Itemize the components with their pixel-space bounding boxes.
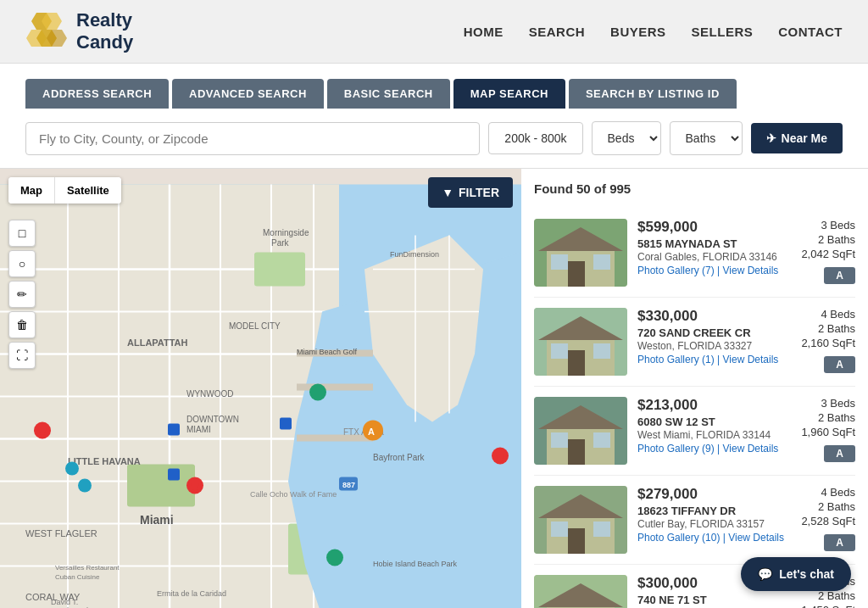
listing-price: $213,000 [637, 397, 791, 414]
view-details-link[interactable]: View Details [723, 265, 779, 276]
listing-sqft: 2,042 SqFt [801, 248, 855, 260]
tab-advanced[interactable]: ADVANCED SEARCH [172, 79, 324, 109]
svg-rect-86 [534, 219, 627, 287]
tab-address[interactable]: ADDRESS SEARCH [25, 79, 169, 109]
listing-thumbnail[interactable] [534, 575, 627, 608]
listing-thumbnail[interactable] [534, 397, 627, 465]
logo-line1: Realty [76, 9, 133, 31]
view-details-link[interactable]: View Details [728, 532, 784, 544]
listing-info: $279,000 18623 TIFFANY DR Cutler Bay, FL… [637, 486, 791, 544]
tab-map[interactable]: MAP SEARCH [453, 79, 565, 109]
svg-text:Miami Beach Golf: Miami Beach Golf [297, 348, 358, 356]
svg-point-67 [65, 462, 79, 476]
beds-select[interactable]: Beds 1 2 3 4 5+ [592, 121, 661, 155]
nav-sellers[interactable]: SELLERS [692, 25, 754, 39]
svg-text:ALLAPATTAH: ALLAPATTAH [127, 337, 188, 348]
svg-text:Cuban Cuisine: Cuban Cuisine [55, 573, 100, 581]
nav-home[interactable]: HOME [464, 25, 504, 39]
svg-rect-93 [534, 308, 627, 376]
listing-address: 6080 SW 12 ST [637, 416, 791, 428]
listing-location: Cutler Bay, FLORIDA 33157 [637, 518, 791, 530]
map-tools: □ ○ ✏ 🗑 ⛶ [8, 220, 36, 369]
map-area[interactable]: Map Satellite ▼ FILTER □ ○ ✏ 🗑 ⛶ [0, 169, 521, 608]
gallery-link[interactable]: Photo Gallery (9) [637, 443, 715, 455]
listing-price: $330,000 [637, 308, 791, 325]
svg-point-71 [309, 384, 326, 401]
draw-tool-btn[interactable]: ✏ [8, 281, 36, 308]
svg-text:FunDimension: FunDimension [390, 250, 439, 259]
listing-sqft: 2,528 SqFt [801, 515, 855, 527]
satellite-view-btn[interactable]: Satellite [54, 177, 121, 204]
select-tool-btn[interactable]: □ [8, 220, 36, 247]
listing-baths: 2 Baths [818, 589, 855, 602]
listing-baths: 2 Baths [818, 322, 855, 335]
listing-address: 740 NE 71 ST [637, 594, 791, 606]
gallery-link[interactable]: Photo Gallery (1) [637, 354, 715, 365]
svg-rect-107 [534, 486, 627, 554]
listing-beds: 3 Beds [821, 219, 855, 231]
logo-line2: Candy [76, 31, 133, 53]
main-nav: HOME SEARCH BUYERS SELLERS CONTACT [464, 25, 843, 39]
svg-text:Ermita de la Caridad: Ermita de la Caridad [157, 589, 226, 598]
svg-text:Hobie Island Beach Park: Hobie Island Beach Park [373, 560, 458, 568]
svg-rect-31 [297, 384, 373, 391]
filter-bar: 200k - 800k Beds 1 2 3 4 5+ Baths 1 2 3 … [0, 109, 868, 169]
listing-thumbnail[interactable] [534, 219, 627, 287]
listing-price: $279,000 [637, 486, 791, 503]
svg-text:887: 887 [342, 481, 355, 489]
nav-contact[interactable]: CONTACT [778, 25, 843, 39]
map-view-toggle: Map Satellite [8, 177, 121, 204]
filter-overlay-button[interactable]: ▼ FILTER [428, 177, 513, 208]
listing-card: $213,000 6080 SW 12 ST West Miami, FLORI… [534, 387, 855, 476]
tab-listing[interactable]: SEARCH BY LISTING ID [569, 79, 737, 109]
filter-label: FILTER [459, 186, 499, 199]
svg-rect-74 [168, 469, 180, 481]
svg-text:Bayfront Park: Bayfront Park [373, 453, 426, 462]
price-range-button[interactable]: 200k - 800k [488, 122, 582, 154]
svg-text:LITTLE HAVANA: LITTLE HAVANA [68, 456, 141, 466]
svg-text:WEST FLAGLER: WEST FLAGLER [25, 528, 97, 538]
view-details-link[interactable]: View Details [723, 443, 779, 455]
listing-address: 720 SAND CREEK CR [637, 326, 791, 339]
view-details-link[interactable]: View Details [723, 354, 779, 365]
svg-text:Miami: Miami [140, 513, 174, 527]
map-view-btn[interactable]: Map [8, 177, 54, 204]
logo-text: Realty Candy [76, 9, 133, 54]
listing-beds: 4 Beds [821, 308, 855, 321]
near-me-label: Near Me [782, 131, 827, 145]
baths-select[interactable]: Baths 1 2 3 4+ [670, 121, 743, 155]
gallery-link[interactable]: Photo Gallery (7) [637, 265, 715, 276]
map-canvas[interactable]: ALLAPATTAH LITTLE HAVANA WEST FLAGLER CO… [0, 169, 521, 608]
logo-area: Realty Candy [25, 8, 133, 54]
svg-rect-22 [127, 465, 195, 507]
svg-text:Calle Ocho Walk of Fame: Calle Ocho Walk of Fame [250, 490, 337, 499]
gallery-link[interactable]: Photo Gallery (10) [637, 532, 720, 544]
listing-meta: 3 Beds 2 Baths 1,960 SqFt A [801, 397, 855, 462]
location-icon: ✈ [766, 131, 776, 145]
listing-links[interactable]: Photo Gallery (7) | View Details [637, 265, 791, 276]
listing-thumbnail[interactable] [534, 308, 627, 376]
nav-search[interactable]: SEARCH [529, 25, 585, 39]
svg-text:WYNWOOD: WYNWOOD [186, 389, 234, 399]
circle-tool-btn[interactable]: ○ [8, 250, 36, 277]
near-me-button[interactable]: ✈ Near Me [751, 123, 843, 153]
listing-beds: 3 Beds [821, 397, 855, 410]
listing-beds: 4 Beds [821, 486, 855, 499]
listing-links[interactable]: Photo Gallery (10) | View Details [637, 532, 791, 544]
listing-meta: 4 Beds 2 Baths 2,528 SqFt A [801, 486, 855, 551]
listing-address: 5815 MAYNADA ST [637, 237, 791, 250]
tab-basic[interactable]: BASIC SEARCH [327, 79, 450, 109]
listing-links[interactable]: Photo Gallery (9) | View Details [637, 443, 791, 455]
nav-buyers[interactable]: BUYERS [610, 25, 666, 39]
listings-container: $599,000 5815 MAYNADA ST Coral Gables, F… [534, 209, 855, 608]
listing-links[interactable]: Photo Gallery (1) | View Details [637, 354, 791, 365]
listing-badge: A [824, 356, 855, 373]
location-input[interactable] [25, 122, 480, 155]
listing-thumbnail[interactable] [534, 486, 627, 554]
delete-tool-btn[interactable]: 🗑 [8, 311, 36, 338]
chat-button[interactable]: 💬 Let's chat [741, 557, 851, 591]
listing-location: Coral Gables, FLORIDA 33146 [637, 251, 791, 263]
svg-text:A: A [368, 427, 375, 437]
fullscreen-tool-btn[interactable]: ⛶ [8, 342, 36, 369]
listing-meta: 4 Beds 2 Baths 2,160 SqFt A [801, 308, 855, 373]
